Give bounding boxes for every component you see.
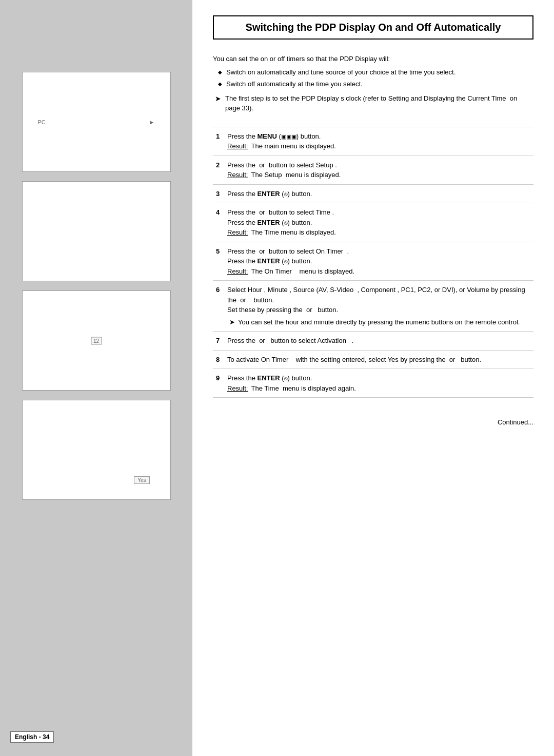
result-label-1: Result:: [227, 141, 248, 151]
result-text-9: The Time menu is displayed again.: [251, 383, 356, 394]
step-content-7: Press the or button to select Activation…: [224, 332, 533, 351]
note-arrow-icon: ➤: [215, 93, 221, 113]
note-item: ➤ The first step is to set the PDP Displ…: [213, 93, 533, 113]
step-number-5: 5: [213, 242, 224, 281]
step-number-2: 2: [213, 156, 224, 184]
number-label: 12: [91, 337, 102, 344]
intro-lead: You can set the on or off timers so that…: [213, 54, 533, 64]
screen-box-3: 12: [22, 290, 171, 391]
result-label-4: Result:: [227, 227, 248, 238]
step-number-1: 1: [213, 127, 224, 156]
table-row: 6 Select Hour , Minute , Source (AV, S-V…: [213, 281, 533, 332]
screen-box-4: Yes: [22, 400, 171, 500]
screen-box-2: [22, 181, 171, 281]
table-row: 1 Press the MENU (▣▣▣) button. Result: T…: [213, 127, 533, 156]
result-label-9: Result:: [227, 383, 248, 394]
screen-box-1: PC ►: [22, 72, 171, 172]
result-text-2: The Setup menu is displayed.: [251, 170, 341, 180]
footer-area: English - 34: [10, 733, 54, 741]
step-number-4: 4: [213, 203, 224, 242]
table-row: 8 To activate On Timer with the setting …: [213, 350, 533, 369]
page: PC ► 12 Yes English - 34 Switching the P…: [0, 0, 554, 756]
page-title: Switching the PDP Display On and Off Aut…: [213, 15, 533, 40]
step-content-9: Press the ENTER (⎋) button. Result: The …: [224, 369, 533, 398]
table-row: 3 Press the ENTER (⎋) button.: [213, 184, 533, 203]
steps-table: 1 Press the MENU (▣▣▣) button. Result: T…: [213, 127, 533, 398]
table-row: 7 Press the or button to select Activati…: [213, 332, 533, 351]
note-text: The first step is to set the PDP Display…: [225, 93, 533, 113]
pc-label: PC: [38, 119, 46, 125]
result-label-5: Result:: [227, 266, 248, 277]
table-row: 5 Press the or button to select On Timer…: [213, 242, 533, 281]
bullet-item-1: Switch on automatically and tune source …: [218, 67, 533, 77]
step-number-9: 9: [213, 369, 224, 398]
step6-note-text: You can set the hour and minute directly…: [238, 317, 520, 327]
step-number-6: 6: [213, 281, 224, 332]
bullet-item-2: Switch off automatically at the time you…: [218, 79, 533, 89]
table-row: 2 Press the or button to select Setup . …: [213, 156, 533, 184]
step-content-4: Press the or button to select Time . Pre…: [224, 203, 533, 242]
result-label-2: Result:: [227, 170, 248, 180]
step-content-8: To activate On Timer with the setting en…: [224, 350, 533, 369]
table-row: 4 Press the or button to select Time . P…: [213, 203, 533, 242]
footer-label: English - 34: [10, 731, 54, 743]
step6-note-arrow-icon: ➤: [229, 317, 235, 327]
step-number-7: 7: [213, 332, 224, 351]
result-text-4: The Time menu is displayed.: [251, 227, 335, 238]
continued-text: Continued...: [213, 418, 533, 426]
result-text-5: The On Timer menu is displayed.: [251, 266, 354, 277]
intro-section: You can set the on or off timers so that…: [213, 54, 533, 117]
step-content-2: Press the or button to select Setup . Re…: [224, 156, 533, 184]
yes-label: Yes: [134, 476, 149, 484]
step-content-3: Press the ENTER (⎋) button.: [224, 184, 533, 203]
result-text-1: The main menu is displayed.: [251, 141, 335, 151]
table-row: 9 Press the ENTER (⎋) button. Result: Th…: [213, 369, 533, 398]
bullet-list: Switch on automatically and tune source …: [213, 67, 533, 89]
step-number-3: 3: [213, 184, 224, 203]
step-number-8: 8: [213, 350, 224, 369]
left-panel: PC ► 12 Yes English - 34: [0, 0, 192, 756]
right-panel: Switching the PDP Display On and Off Aut…: [192, 0, 554, 756]
step-content-1: Press the MENU (▣▣▣) button. Result: The…: [224, 127, 533, 156]
step-content-5: Press the or button to select On Timer .…: [224, 242, 533, 281]
arrow-right-icon: ►: [149, 119, 155, 125]
step-content-6: Select Hour , Minute , Source (AV, S-Vid…: [224, 281, 533, 332]
